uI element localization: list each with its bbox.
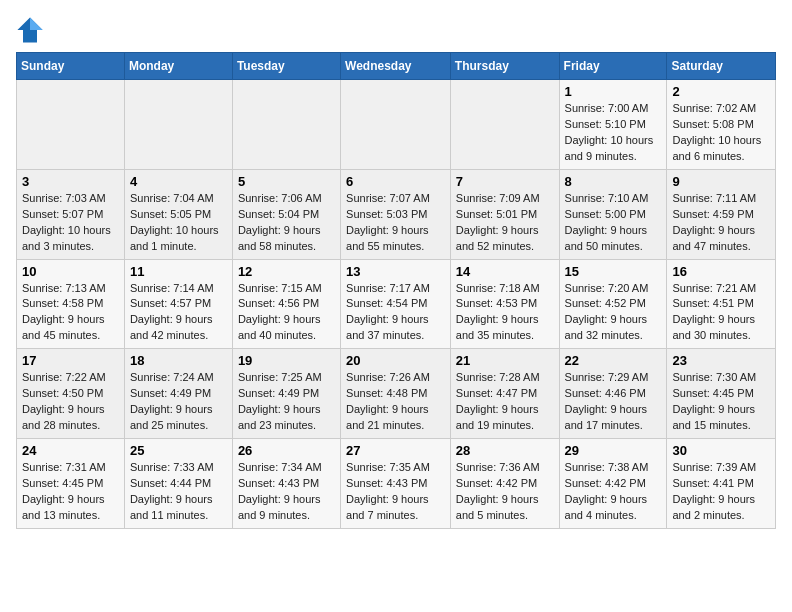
- day-number: 16: [672, 264, 770, 279]
- calendar-cell: 27Sunrise: 7:35 AM Sunset: 4:43 PM Dayli…: [341, 439, 451, 529]
- day-number: 9: [672, 174, 770, 189]
- calendar-day-header: Monday: [124, 53, 232, 80]
- calendar-cell: 26Sunrise: 7:34 AM Sunset: 4:43 PM Dayli…: [232, 439, 340, 529]
- calendar-cell: 5Sunrise: 7:06 AM Sunset: 5:04 PM Daylig…: [232, 169, 340, 259]
- calendar-cell: 14Sunrise: 7:18 AM Sunset: 4:53 PM Dayli…: [450, 259, 559, 349]
- day-info: Sunrise: 7:29 AM Sunset: 4:46 PM Dayligh…: [565, 370, 662, 434]
- day-info: Sunrise: 7:13 AM Sunset: 4:58 PM Dayligh…: [22, 281, 119, 345]
- day-info: Sunrise: 7:39 AM Sunset: 4:41 PM Dayligh…: [672, 460, 770, 524]
- day-info: Sunrise: 7:07 AM Sunset: 5:03 PM Dayligh…: [346, 191, 445, 255]
- day-number: 28: [456, 443, 554, 458]
- svg-marker-1: [30, 17, 43, 30]
- calendar-week-row: 24Sunrise: 7:31 AM Sunset: 4:45 PM Dayli…: [17, 439, 776, 529]
- calendar-cell: 18Sunrise: 7:24 AM Sunset: 4:49 PM Dayli…: [124, 349, 232, 439]
- calendar-cell: 17Sunrise: 7:22 AM Sunset: 4:50 PM Dayli…: [17, 349, 125, 439]
- day-info: Sunrise: 7:15 AM Sunset: 4:56 PM Dayligh…: [238, 281, 335, 345]
- day-number: 10: [22, 264, 119, 279]
- calendar-day-header: Thursday: [450, 53, 559, 80]
- calendar-cell: 2Sunrise: 7:02 AM Sunset: 5:08 PM Daylig…: [667, 80, 776, 170]
- calendar-cell: 22Sunrise: 7:29 AM Sunset: 4:46 PM Dayli…: [559, 349, 667, 439]
- calendar-cell: [232, 80, 340, 170]
- day-info: Sunrise: 7:04 AM Sunset: 5:05 PM Dayligh…: [130, 191, 227, 255]
- calendar-day-header: Friday: [559, 53, 667, 80]
- calendar-day-header: Sunday: [17, 53, 125, 80]
- calendar-cell: [17, 80, 125, 170]
- day-number: 11: [130, 264, 227, 279]
- day-info: Sunrise: 7:09 AM Sunset: 5:01 PM Dayligh…: [456, 191, 554, 255]
- day-number: 2: [672, 84, 770, 99]
- day-info: Sunrise: 7:35 AM Sunset: 4:43 PM Dayligh…: [346, 460, 445, 524]
- calendar-day-header: Saturday: [667, 53, 776, 80]
- day-number: 25: [130, 443, 227, 458]
- day-number: 6: [346, 174, 445, 189]
- calendar-cell: 29Sunrise: 7:38 AM Sunset: 4:42 PM Dayli…: [559, 439, 667, 529]
- calendar-cell: [341, 80, 451, 170]
- day-number: 17: [22, 353, 119, 368]
- calendar-header-row: SundayMondayTuesdayWednesdayThursdayFrid…: [17, 53, 776, 80]
- day-info: Sunrise: 7:36 AM Sunset: 4:42 PM Dayligh…: [456, 460, 554, 524]
- day-info: Sunrise: 7:28 AM Sunset: 4:47 PM Dayligh…: [456, 370, 554, 434]
- calendar-cell: 1Sunrise: 7:00 AM Sunset: 5:10 PM Daylig…: [559, 80, 667, 170]
- day-number: 23: [672, 353, 770, 368]
- day-info: Sunrise: 7:24 AM Sunset: 4:49 PM Dayligh…: [130, 370, 227, 434]
- calendar-cell: 19Sunrise: 7:25 AM Sunset: 4:49 PM Dayli…: [232, 349, 340, 439]
- day-number: 8: [565, 174, 662, 189]
- day-number: 29: [565, 443, 662, 458]
- day-number: 18: [130, 353, 227, 368]
- calendar-day-header: Wednesday: [341, 53, 451, 80]
- day-number: 19: [238, 353, 335, 368]
- day-number: 7: [456, 174, 554, 189]
- calendar-cell: 12Sunrise: 7:15 AM Sunset: 4:56 PM Dayli…: [232, 259, 340, 349]
- logo-icon: [16, 16, 44, 44]
- calendar-cell: 13Sunrise: 7:17 AM Sunset: 4:54 PM Dayli…: [341, 259, 451, 349]
- day-info: Sunrise: 7:10 AM Sunset: 5:00 PM Dayligh…: [565, 191, 662, 255]
- day-info: Sunrise: 7:30 AM Sunset: 4:45 PM Dayligh…: [672, 370, 770, 434]
- day-number: 3: [22, 174, 119, 189]
- day-number: 15: [565, 264, 662, 279]
- day-number: 13: [346, 264, 445, 279]
- day-number: 22: [565, 353, 662, 368]
- calendar-cell: 7Sunrise: 7:09 AM Sunset: 5:01 PM Daylig…: [450, 169, 559, 259]
- calendar-cell: [124, 80, 232, 170]
- calendar-cell: 11Sunrise: 7:14 AM Sunset: 4:57 PM Dayli…: [124, 259, 232, 349]
- day-info: Sunrise: 7:31 AM Sunset: 4:45 PM Dayligh…: [22, 460, 119, 524]
- calendar-cell: 9Sunrise: 7:11 AM Sunset: 4:59 PM Daylig…: [667, 169, 776, 259]
- calendar-cell: 28Sunrise: 7:36 AM Sunset: 4:42 PM Dayli…: [450, 439, 559, 529]
- day-number: 27: [346, 443, 445, 458]
- calendar-cell: 25Sunrise: 7:33 AM Sunset: 4:44 PM Dayli…: [124, 439, 232, 529]
- day-info: Sunrise: 7:25 AM Sunset: 4:49 PM Dayligh…: [238, 370, 335, 434]
- day-info: Sunrise: 7:34 AM Sunset: 4:43 PM Dayligh…: [238, 460, 335, 524]
- calendar-cell: [450, 80, 559, 170]
- day-info: Sunrise: 7:26 AM Sunset: 4:48 PM Dayligh…: [346, 370, 445, 434]
- day-info: Sunrise: 7:18 AM Sunset: 4:53 PM Dayligh…: [456, 281, 554, 345]
- day-info: Sunrise: 7:22 AM Sunset: 4:50 PM Dayligh…: [22, 370, 119, 434]
- calendar-week-row: 3Sunrise: 7:03 AM Sunset: 5:07 PM Daylig…: [17, 169, 776, 259]
- calendar-week-row: 17Sunrise: 7:22 AM Sunset: 4:50 PM Dayli…: [17, 349, 776, 439]
- calendar-cell: 10Sunrise: 7:13 AM Sunset: 4:58 PM Dayli…: [17, 259, 125, 349]
- page-header: [16, 16, 776, 44]
- calendar-cell: 6Sunrise: 7:07 AM Sunset: 5:03 PM Daylig…: [341, 169, 451, 259]
- day-info: Sunrise: 7:33 AM Sunset: 4:44 PM Dayligh…: [130, 460, 227, 524]
- calendar-day-header: Tuesday: [232, 53, 340, 80]
- day-info: Sunrise: 7:21 AM Sunset: 4:51 PM Dayligh…: [672, 281, 770, 345]
- calendar-cell: 20Sunrise: 7:26 AM Sunset: 4:48 PM Dayli…: [341, 349, 451, 439]
- day-info: Sunrise: 7:06 AM Sunset: 5:04 PM Dayligh…: [238, 191, 335, 255]
- calendar-cell: 16Sunrise: 7:21 AM Sunset: 4:51 PM Dayli…: [667, 259, 776, 349]
- calendar-cell: 3Sunrise: 7:03 AM Sunset: 5:07 PM Daylig…: [17, 169, 125, 259]
- day-info: Sunrise: 7:20 AM Sunset: 4:52 PM Dayligh…: [565, 281, 662, 345]
- calendar-week-row: 1Sunrise: 7:00 AM Sunset: 5:10 PM Daylig…: [17, 80, 776, 170]
- calendar-cell: 15Sunrise: 7:20 AM Sunset: 4:52 PM Dayli…: [559, 259, 667, 349]
- calendar-cell: 4Sunrise: 7:04 AM Sunset: 5:05 PM Daylig…: [124, 169, 232, 259]
- day-info: Sunrise: 7:03 AM Sunset: 5:07 PM Dayligh…: [22, 191, 119, 255]
- day-info: Sunrise: 7:17 AM Sunset: 4:54 PM Dayligh…: [346, 281, 445, 345]
- day-number: 1: [565, 84, 662, 99]
- day-number: 26: [238, 443, 335, 458]
- calendar-table: SundayMondayTuesdayWednesdayThursdayFrid…: [16, 52, 776, 529]
- day-number: 14: [456, 264, 554, 279]
- day-number: 24: [22, 443, 119, 458]
- day-number: 5: [238, 174, 335, 189]
- day-info: Sunrise: 7:00 AM Sunset: 5:10 PM Dayligh…: [565, 101, 662, 165]
- day-number: 30: [672, 443, 770, 458]
- day-info: Sunrise: 7:02 AM Sunset: 5:08 PM Dayligh…: [672, 101, 770, 165]
- calendar-cell: 21Sunrise: 7:28 AM Sunset: 4:47 PM Dayli…: [450, 349, 559, 439]
